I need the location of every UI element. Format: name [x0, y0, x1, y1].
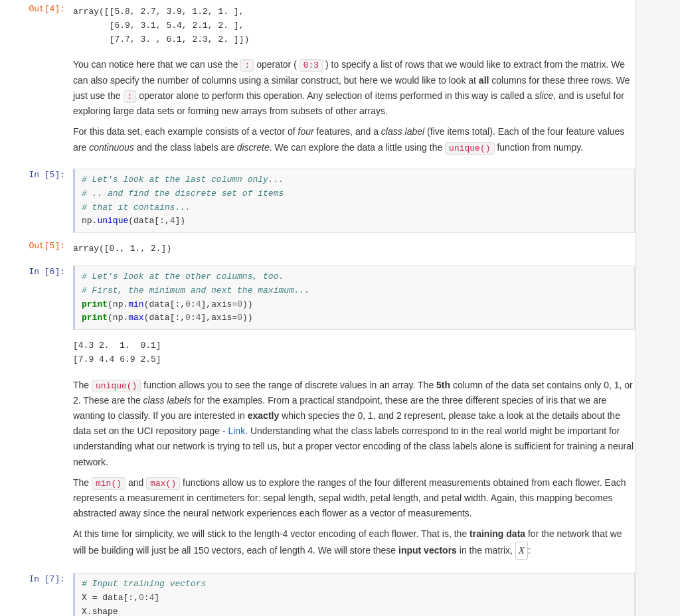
range-code: 0:3: [299, 59, 323, 72]
cell-out4: Out[4]: array([[5.8, 2.7, 3.9, 1.2, 1. ]…: [0, 0, 635, 52]
out4-code: array([[5.8, 2.7, 3.9, 1.2, 1. ], [6.9, …: [73, 3, 635, 49]
in5-paren2: ): [180, 216, 185, 226]
exactly-bold: exactly: [248, 410, 279, 421]
in6-content[interactable]: # Let's look at the other columns, too. …: [73, 263, 635, 333]
min-code: min(): [92, 477, 126, 490]
cell-in7: In [7]: # Input training vectors X = dat…: [0, 570, 635, 616]
class-label-em: class label: [381, 126, 424, 137]
text2-label-empty: [0, 374, 73, 376]
in6-label: In [6]:: [0, 263, 73, 279]
colon-code2: :: [124, 90, 137, 103]
in6-print1: print: [82, 299, 108, 309]
text1-content: You can notice here that we can use the …: [73, 53, 635, 165]
in7-x1: X: [82, 593, 87, 603]
text1-label-empty: [0, 53, 73, 56]
cell-in5: In [5]: # Let's look at the last column …: [0, 166, 635, 236]
in5-unique: unique: [97, 216, 128, 226]
out4-label: Out[4]:: [0, 0, 73, 17]
in5-bracket1: [: [154, 216, 159, 226]
max-code: max(): [146, 477, 180, 490]
text2-para3: At this time for simplicity, we will sti…: [73, 526, 635, 560]
in5-comma: ,: [165, 216, 170, 226]
in7-content[interactable]: # Input training vectors X = data[:,0:4]…: [73, 570, 635, 616]
in5-paren1: (: [128, 216, 133, 226]
in6-print2: print: [82, 313, 108, 323]
in5-code[interactable]: # Let's look at the last column only... …: [73, 169, 635, 233]
in5-comment2: # .. and find the discrete set of items: [82, 189, 284, 198]
out4-content: array([[5.8, 2.7, 3.9, 1.2, 1. ], [6.9, …: [73, 0, 635, 52]
cell-text1: You can notice here that we can use the …: [0, 53, 635, 165]
all-bold: all: [479, 75, 489, 86]
main-content: Out[4]: array([[5.8, 2.7, 3.9, 1.2, 1. ]…: [0, 0, 635, 616]
text2-para2: The min() and max() functions allow us t…: [73, 475, 635, 522]
text1-para1: You can notice here that we can use the …: [73, 57, 635, 119]
matrix-x: X: [515, 542, 528, 560]
text2-para1: The unique() function allows you to see …: [73, 378, 635, 470]
input-vectors-bold: input vectors: [398, 545, 457, 556]
in6-comment2: # First, the minimum and next the maximu…: [82, 285, 309, 295]
in5-comment3: # that it contains...: [82, 202, 191, 212]
cell-in6: In [6]: # Let's look at the other column…: [0, 263, 635, 333]
slice-em: slice: [535, 90, 553, 101]
in5-colon: :: [159, 216, 165, 226]
in6-comment1: # Let's look at the other columns, too.: [82, 271, 284, 281]
out5-label: Out[5]:: [0, 237, 73, 254]
colon-code: :: [240, 59, 254, 72]
out6-code: [4.3 2. 1. 0.1] [7.9 4.4 6.9 2.5]: [73, 337, 635, 370]
in7-comment1: # Input training vectors: [82, 579, 206, 589]
cell-out5: Out[5]: array([0., 1., 2.]): [0, 237, 635, 262]
5th-bold: 5th: [436, 380, 450, 390]
in7-code[interactable]: # Input training vectors X = data[:,0:4]…: [73, 573, 635, 616]
in5-content[interactable]: # Let's look at the last column only... …: [73, 166, 635, 236]
notebook-container: Out[4]: array([[5.8, 2.7, 3.9, 1.2, 1. ]…: [0, 0, 680, 616]
in7-label: In [7]:: [0, 570, 73, 587]
in5-label: In [5]:: [0, 166, 73, 183]
out6-content: [4.3 2. 1. 0.1] [7.9 4.4 6.9 2.5]: [73, 334, 635, 372]
unique-code: unique(): [445, 142, 494, 155]
text1-para2: For this data set, each example consists…: [73, 124, 635, 155]
text2-content: The unique() function allows you to see …: [73, 374, 635, 569]
out6-label-empty: [0, 334, 73, 337]
right-sidebar: [635, 0, 680, 616]
in5-data: data: [133, 216, 154, 226]
cell-text2: The unique() function allows you to see …: [0, 374, 635, 569]
in7-x2: X: [82, 607, 87, 616]
unique-code2: unique(): [92, 380, 141, 392]
continuous-em: continuous: [89, 142, 134, 153]
four-em: four: [298, 126, 314, 137]
discrete-em: discrete: [237, 142, 270, 153]
link-anchor[interactable]: Link: [228, 425, 245, 436]
cell-out6: [4.3 2. 1. 0.1] [7.9 4.4 6.9 2.5]: [0, 334, 635, 372]
class-labels-em: class labels: [143, 395, 191, 406]
in5-np: np: [82, 216, 92, 226]
in5-4: 4: [170, 216, 175, 226]
training-data-bold: training data: [469, 528, 525, 539]
in6-code[interactable]: # Let's look at the other columns, too. …: [73, 266, 635, 330]
out5-content: array([0., 1., 2.]): [73, 237, 635, 262]
out5-code: array([0., 1., 2.]): [73, 240, 635, 259]
in5-comment1: # Let's look at the last column only...: [82, 175, 284, 185]
